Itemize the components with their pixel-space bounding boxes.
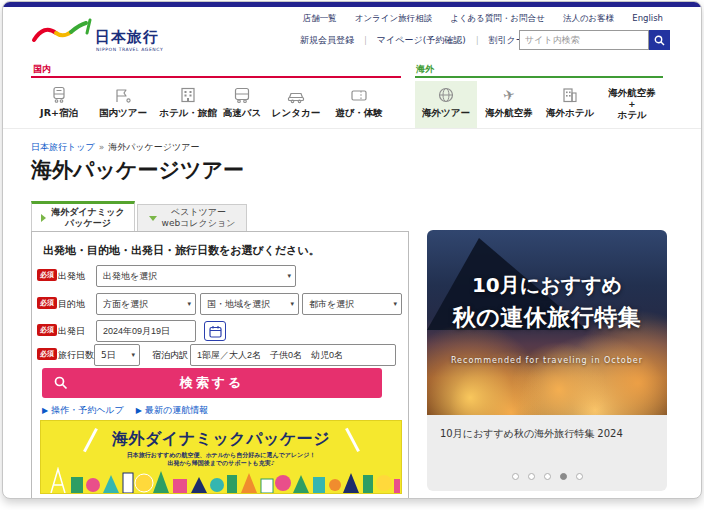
chevron-down-icon <box>149 216 157 221</box>
date-label: 出発日 <box>58 325 85 338</box>
nav-item-overseas-hotel[interactable]: 海外ホテル <box>543 81 597 128</box>
date-row: 必須 出発日 <box>32 320 408 342</box>
arrow-icon: ▶ <box>136 406 142 415</box>
form-instruction: 出発地・目的地・出発日・旅行日数をお選びください。 <box>43 243 320 258</box>
banner-illustration <box>43 467 401 493</box>
help-link[interactable]: ▶操作・予約ヘルプ <box>42 404 124 417</box>
carousel-dot[interactable] <box>528 473 535 480</box>
separator: ｜ <box>473 34 482 47</box>
tab-best-tour-collection[interactable]: ベストツアー webコレクション <box>137 204 247 232</box>
breadcrumb-separator: » <box>99 142 105 152</box>
nav-item-overseas-flight[interactable]: ✈ 海外航空券 <box>481 81 537 128</box>
nav-item-label: 海外ホテル <box>543 107 597 120</box>
page-frame: 日本旅行 NIPPON TRAVEL AGENCY 店舗一覧 オンライン旅行相談… <box>2 1 702 499</box>
city-select[interactable]: 都市を選択 ▾ <box>302 293 402 315</box>
nav-item-activities[interactable]: 遊び・体験 <box>325 81 393 128</box>
link-english[interactable]: English <box>632 13 663 25</box>
duration-row: 必須 旅行日数 5日 ▾ 宿泊内訳 <box>32 344 408 366</box>
nav-item-flight-plus-hotel[interactable]: 海外航空券 ＋ ホテル <box>601 81 663 128</box>
rooms-input[interactable] <box>190 344 396 366</box>
nav-item-highway-bus[interactable]: 高速バス <box>213 81 271 128</box>
site-search-button[interactable] <box>649 30 670 50</box>
carousel-dot[interactable] <box>560 473 567 480</box>
search-button-label: 検索する <box>180 375 245 390</box>
departure-date-input[interactable] <box>96 320 196 342</box>
tab-label: ベストツアー webコレクション <box>162 207 236 230</box>
tour-icon <box>112 86 134 104</box>
member-links: 新規会員登録 ｜ マイページ(予約確認) ｜ 割引クーポン <box>300 34 543 47</box>
chevron-right-icon <box>41 214 46 222</box>
nav-item-jr-lodging[interactable]: JR+宿泊 <box>30 81 88 128</box>
departure-select[interactable]: 出発地を選択 ▾ <box>96 265 296 287</box>
tab-dynamic-package[interactable]: 海外ダイナミック パッケージ <box>31 201 135 232</box>
calendar-button[interactable] <box>204 321 226 341</box>
overseas-underline <box>415 76 663 78</box>
promo-caption-area: 10月におすすめ秋の海外旅行特集 2024 <box>427 415 667 491</box>
calendar-icon <box>209 325 222 338</box>
overseas-section-label: 海外 <box>416 63 434 76</box>
nav-item-overseas-tour[interactable]: 海外ツアー <box>415 81 477 128</box>
link-store-list[interactable]: 店舗一覧 <box>303 13 337 25</box>
link-corporate[interactable]: 法人のお客様 <box>563 13 614 25</box>
destination-row: 必須 目的地 方面を選択 ▾ 国・地域を選択 ▾ 都市を選択 ▾ <box>32 293 408 315</box>
banner-title: 海外ダイナミックパッケージ <box>41 429 401 450</box>
help-links: ▶操作・予約ヘルプ ▶最新の運航情報 <box>42 404 208 417</box>
duration-select[interactable]: 5日 ▾ <box>94 344 140 366</box>
plane-icon: ✈ <box>502 86 517 104</box>
nav-item-label: JR+宿泊 <box>30 107 88 120</box>
separator: ｜ <box>361 34 370 47</box>
utility-links: 店舗一覧 オンライン旅行相談 よくある質問・お問合せ 法人のお客様 Englis… <box>303 13 663 25</box>
search-submit-button[interactable]: 検索する <box>42 368 382 398</box>
chevron-down-icon: ▾ <box>287 266 291 286</box>
logo[interactable]: 日本旅行 NIPPON TRAVEL AGENCY <box>31 14 181 56</box>
carousel-dot[interactable] <box>544 473 551 480</box>
car-icon <box>285 86 307 104</box>
carousel-dots <box>427 473 667 480</box>
region-select[interactable]: 方面を選択 ▾ <box>96 293 196 315</box>
top-accent-bar <box>3 2 701 7</box>
site-search-input[interactable] <box>519 30 649 50</box>
promo-carousel-card[interactable]: 10月におすすめ 秋の連休旅行特集 Recommended for travel… <box>427 230 667 491</box>
train-icon <box>48 86 70 104</box>
rooms-label: 宿泊内訳 <box>152 349 188 362</box>
search-form-panel: 出発地・目的地・出発日・旅行日数をお選びください。 必須 出発地 出発地を選択 … <box>31 231 409 499</box>
breadcrumb: 日本旅行トップ»海外パッケージツアー <box>31 141 199 154</box>
breadcrumb-home-link[interactable]: 日本旅行トップ <box>31 142 95 152</box>
flight-info-link[interactable]: ▶最新の運航情報 <box>136 404 208 417</box>
search-icon <box>654 35 665 46</box>
tab-label: 海外ダイナミック パッケージ <box>51 207 124 230</box>
chevron-down-icon: ▾ <box>290 294 294 314</box>
arrow-icon: ▶ <box>42 406 48 415</box>
required-badge: 必須 <box>37 324 57 336</box>
logo-title: 日本旅行 <box>95 28 159 47</box>
promo-caption: 10月におすすめ秋の海外旅行特集 2024 <box>440 427 623 441</box>
nav-item-domestic-tour[interactable]: 国内ツアー <box>91 81 155 128</box>
dynamic-package-banner[interactable]: 海外ダイナミックパッケージ 日本旅行おすすめの航空便、ホテルから自分好みに選んで… <box>40 420 402 494</box>
departure-row: 必須 出発地 出発地を選択 ▾ <box>32 265 408 287</box>
chevron-down-icon: ▾ <box>131 345 135 365</box>
globe-icon <box>435 86 457 104</box>
logo-swoosh-icon <box>31 18 93 48</box>
link-faq[interactable]: よくある質問・お問合せ <box>450 13 545 25</box>
promo-heading-2: 秋の連休旅行特集 <box>427 302 667 333</box>
nav-item-label: 遊び・体験 <box>325 107 393 120</box>
link-mypage[interactable]: マイページ(予約確認) <box>377 34 466 47</box>
promo-heading-1: 10月におすすめ <box>427 272 667 299</box>
nav-item-label: 海外ツアー <box>415 107 477 120</box>
required-badge: 必須 <box>37 269 57 281</box>
nav-item-label: 海外航空券 <box>481 107 537 120</box>
link-online-consult[interactable]: オンライン旅行相談 <box>355 13 433 25</box>
chevron-down-icon: ▾ <box>187 294 191 314</box>
carousel-dot[interactable] <box>576 473 583 480</box>
domestic-underline <box>31 76 401 78</box>
logo-subtitle: NIPPON TRAVEL AGENCY <box>96 47 163 52</box>
nav-item-rental-car[interactable]: レンタカー <box>265 81 327 128</box>
nav-divider <box>3 128 701 129</box>
country-select[interactable]: 国・地域を選択 ▾ <box>200 293 299 315</box>
nav-item-label: 海外航空券 ＋ ホテル <box>601 87 663 121</box>
nav-item-label: レンタカー <box>265 107 327 120</box>
link-register[interactable]: 新規会員登録 <box>300 34 354 47</box>
ticket-icon <box>348 86 370 104</box>
carousel-dot[interactable] <box>512 473 519 480</box>
promo-subheading: Recommended for traveling in October <box>427 356 667 365</box>
